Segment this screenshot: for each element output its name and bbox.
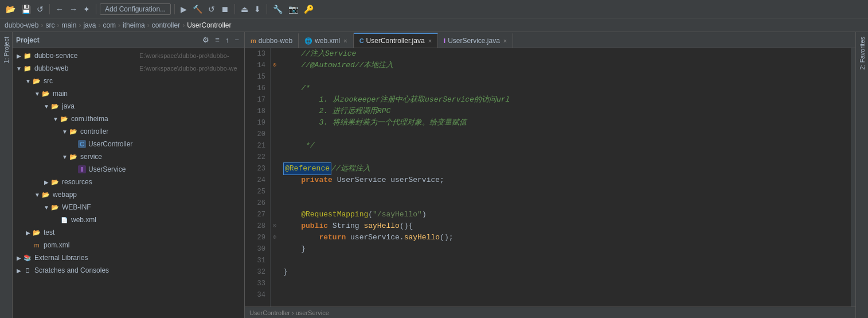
tree-item-extlibs[interactable]: ▶ 📚 External Libraries (13, 251, 244, 264)
tree-item-webapp[interactable]: ▼ 📂 webapp (13, 188, 244, 201)
annotation-reference: @Reference (283, 162, 331, 175)
tree-item-controller[interactable]: ▼ 📂 controller (13, 125, 244, 138)
code-line-21: */ (283, 140, 846, 152)
breadcrumb-sep-7: › (182, 21, 185, 29)
tree-item-test[interactable]: ▶ 📂 test (13, 226, 244, 239)
tree-arrow-dubbo-web: ▼ (15, 65, 23, 72)
gutter-14: ⊙ (271, 60, 279, 71)
code-content[interactable]: //注入Service //@Autowired//本地注入 /* 1. 从zo… (279, 48, 851, 307)
code-token: (){ (400, 220, 413, 232)
panel-scroll-btn[interactable]: ↑ (224, 35, 231, 45)
main-area: 1: Project Project ⚙ ≡ ↑ − ▶ 📁 dubbo-ser… (0, 32, 868, 318)
tree-item-dubbo-service[interactable]: ▶ 📁 dubbo-service E:\workspace\dubbo-pro… (13, 49, 244, 62)
tree-label-com-itheima: com.itheima (71, 115, 242, 123)
breadcrumb-java[interactable]: java (83, 21, 96, 29)
toolbar-sep-4 (234, 4, 235, 14)
code-line-13: //注入Service (283, 48, 846, 60)
tab-userservice[interactable]: I UserService.java × (438, 33, 513, 48)
tree-arrow-service: ▼ (61, 154, 69, 160)
panel-settings-btn[interactable]: ⚙ (201, 35, 211, 45)
code-token: */ (283, 140, 315, 152)
favorites-label[interactable]: 2: Favorites (858, 32, 867, 74)
ln-14: 14 (245, 60, 265, 71)
code-line-19: 3. 将结果封装为一个代理对象。给变量赋值 (283, 117, 846, 129)
tree-item-scratches[interactable]: ▶ 🗒 Scratches and Consoles (13, 264, 244, 277)
tree-item-service[interactable]: ▼ 📂 service (13, 150, 244, 163)
tree-item-pomxml[interactable]: m pom.xml (13, 239, 244, 251)
breadcrumb-sep-3: › (79, 21, 81, 29)
tree-arrow-main: ▼ (33, 91, 41, 97)
tree-arrow-com-itheima: ▼ (52, 116, 60, 122)
ln-31: 31 (245, 255, 265, 266)
tree-item-dubbo-web[interactable]: ▼ 📁 dubbo-web E:\workspace\dubbo-pro\dub… (13, 62, 244, 75)
tree-label-usercontroller: UserController (88, 140, 242, 148)
gutter-26 (271, 197, 279, 209)
panel-collapse-btn[interactable]: − (233, 35, 241, 45)
kw-private: private (301, 174, 333, 186)
key-btn[interactable]: 🔑 (302, 3, 316, 15)
ln-18: 18 (245, 106, 265, 117)
tree-item-resources[interactable]: ▶ 📂 resources (13, 176, 244, 188)
forward-btn[interactable]: → (67, 3, 80, 15)
breadcrumb-itheima[interactable]: itheima (123, 21, 145, 29)
tree-item-src[interactable]: ▼ 📂 src (13, 75, 244, 87)
ln-21: 21 (245, 140, 265, 152)
ln-17: 17 (245, 94, 265, 106)
gutter-27 (271, 209, 279, 220)
tab-usercontroller[interactable]: C UserController.java × (354, 33, 438, 48)
tab-webxml[interactable]: 🌐 web.xml × (299, 33, 353, 48)
tree-item-usercontroller[interactable]: C UserController (13, 138, 244, 150)
breadcrumb-sep-6: › (147, 21, 150, 29)
settings-btn[interactable]: 🔧 (271, 3, 285, 15)
tree-item-webxml[interactable]: 📄 web.xml (13, 214, 244, 226)
folder-icon-service: 📂 (69, 152, 78, 161)
rebuild-btn[interactable]: ↺ (206, 3, 217, 15)
sync-btn[interactable]: ↺ (34, 3, 46, 15)
tree-arrow-dubbo-service: ▶ (15, 53, 23, 59)
breadcrumb-main[interactable]: main (61, 21, 76, 29)
run-btn[interactable]: ▶ (178, 3, 189, 15)
project-side-label[interactable]: 1: Project (2, 32, 11, 68)
tree-item-webinf[interactable]: ▼ 📂 WEB-INF (13, 201, 244, 214)
panel-layout-btn[interactable]: ≡ (213, 35, 221, 45)
code-token: //@Autowired//本地注入 (283, 60, 393, 71)
breadcrumb-com[interactable]: com (103, 21, 116, 29)
coverage-btn[interactable]: ⏏ (238, 3, 251, 15)
breadcrumb-usercontroller[interactable]: UserController (187, 21, 231, 29)
debug-btn[interactable]: ⬇ (252, 3, 263, 15)
code-token: 2. 进行远程调用RPC (283, 106, 390, 117)
ln-24: 24 (245, 174, 265, 186)
xml-icon-webxml: 📄 (60, 215, 69, 224)
tab-dubbo-web[interactable]: m dubbo-web (245, 33, 299, 48)
breadcrumb-src[interactable]: src (45, 21, 54, 29)
tree-label-controller: controller (80, 127, 242, 135)
breadcrumb-dubbo-web[interactable]: dubbo-web (5, 21, 38, 29)
tree-label-pomxml: pom.xml (44, 241, 242, 249)
stop-btn[interactable]: ⏹ (218, 3, 231, 15)
scrollbar-vertical[interactable] (851, 48, 855, 307)
breadcrumb-controller[interactable]: controller (152, 21, 180, 29)
back-btn[interactable]: ← (53, 3, 66, 15)
add-config-btn[interactable]: Add Configuration... (100, 3, 171, 15)
ln-22: 22 (245, 152, 265, 163)
save-btn[interactable]: 💾 (19, 3, 33, 15)
tab-close-usercontroller[interactable]: × (428, 37, 432, 44)
build-btn[interactable]: 🔨 (190, 3, 205, 15)
code-token: 1. 从zookeeper注册中心获取userService的访问url (283, 94, 510, 106)
open-file-btn[interactable]: 📂 (3, 3, 18, 15)
tab-close-webxml[interactable]: × (343, 37, 347, 44)
tab-close-userservice[interactable]: × (503, 37, 507, 44)
breadcrumb-sep-5: › (118, 21, 120, 29)
tree-item-main[interactable]: ▼ 📂 main (13, 87, 244, 100)
profiler-btn[interactable]: 📷 (286, 3, 300, 15)
tree-item-com-itheima[interactable]: ▼ 📂 com.itheima (13, 113, 244, 125)
line-numbers: 13 14 15 16 17 18 19 20 21 22 23 24 25 2… (245, 48, 271, 307)
toolbar-sep-2 (96, 4, 96, 14)
tab-label-usercontroller: UserController.java (366, 37, 425, 45)
tree-item-java[interactable]: ▼ 📂 java (13, 100, 244, 113)
code-token (283, 220, 301, 232)
tree-item-userservice[interactable]: I UserService (13, 163, 244, 176)
bookmark-btn[interactable]: ✦ (81, 3, 92, 15)
code-line-27: @RequestMapping("/sayHello") (283, 209, 846, 220)
code-token: ) (422, 209, 427, 220)
